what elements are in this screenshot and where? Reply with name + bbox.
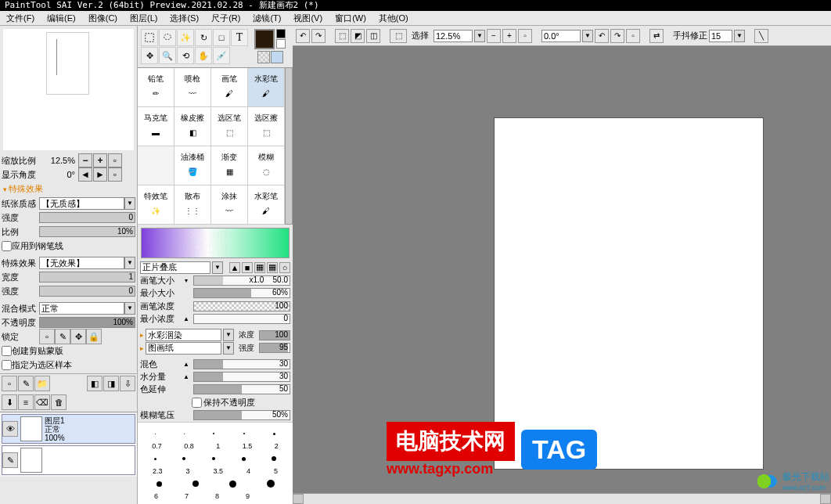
dropdown-icon[interactable]: ▼ [124, 257, 135, 269]
size-dot[interactable] [229, 481, 236, 488]
pressure-icon[interactable]: ▾ [181, 277, 192, 284]
brush-watercolor2[interactable]: 水彩笔🖌 [248, 185, 285, 225]
brush-scrollbar[interactable] [285, 67, 293, 225]
mask-button[interactable]: ◧ [87, 376, 103, 391]
navigator-preview[interactable] [3, 29, 134, 150]
zoom-dropdown[interactable]: 12.5% [433, 30, 473, 42]
opacity-slider[interactable]: 100% [39, 317, 135, 328]
brush-smudge[interactable]: 涂抹〰 [211, 185, 248, 225]
flip-button[interactable]: ⇄ [649, 29, 664, 43]
zoom-out-button[interactable]: − [487, 29, 501, 43]
lasso-tool[interactable] [159, 29, 176, 46]
size-dot[interactable] [273, 433, 275, 435]
intensity-slider[interactable]: 0 [39, 212, 135, 223]
rotate-tool[interactable]: ↻ [195, 29, 212, 46]
min-density-slider[interactable]: 0 [193, 314, 290, 324]
brush-watercolor[interactable]: 水彩笔🖌 [248, 68, 285, 107]
flatten-button[interactable]: ≡ [18, 394, 34, 410]
select-icon[interactable]: ⬚ [390, 29, 407, 43]
persistence-slider[interactable]: 50 [193, 384, 290, 394]
effects-header[interactable]: 特殊效果 [0, 182, 137, 196]
paper-strength-slider[interactable]: 95 [259, 343, 290, 353]
rotate-view-tool[interactable]: ⟲ [177, 47, 194, 64]
effect-intensity-slider[interactable]: 0 [39, 286, 135, 297]
brush-sel-pen[interactable]: 选区笔⬚ [211, 107, 248, 146]
menu-window[interactable]: 窗口(W) [329, 11, 372, 26]
lock-none-button[interactable]: ▫ [39, 329, 55, 344]
layer-item[interactable]: 👁 图层1 正常 100% [2, 414, 135, 444]
zoom-tool[interactable]: 🔍 [159, 47, 176, 64]
brush-eraser[interactable]: 橡皮擦◧ [174, 107, 211, 146]
angle-dropdown[interactable]: 0.0° [541, 30, 581, 42]
menu-layer[interactable]: 图层(L) [124, 11, 164, 26]
swap-colors-icon[interactable] [276, 29, 286, 38]
shape-triangle-icon[interactable]: ▲ [229, 262, 240, 273]
angle-value[interactable]: 0° [39, 170, 78, 179]
dropdown-icon[interactable]: ▼ [124, 302, 135, 315]
menu-edit[interactable]: 编辑(E) [41, 11, 82, 26]
menu-ruler[interactable]: 尺子(R) [205, 11, 246, 26]
text-tool[interactable]: T [231, 29, 248, 46]
zoom-value[interactable]: 12.5% [39, 156, 78, 165]
new-folder-button[interactable]: 📁 [34, 376, 50, 391]
bg-swatch[interactable] [271, 51, 283, 63]
dropdown-icon[interactable]: ▼ [212, 261, 223, 274]
zoom-out-button[interactable]: − [78, 153, 92, 167]
horizontal-scrollbar[interactable] [293, 493, 831, 504]
brush-marker[interactable]: 马克笔▬ [138, 107, 174, 146]
size-dot[interactable] [182, 457, 185, 460]
delete-layer-button[interactable]: 🗑 [51, 394, 67, 410]
magic-wand-tool[interactable]: ✨ [177, 29, 194, 46]
merge-button[interactable]: ⬇ [2, 394, 17, 410]
ratio-slider[interactable]: 10% [39, 226, 135, 237]
size-dot[interactable] [242, 457, 246, 461]
marquee-tool[interactable] [141, 29, 158, 46]
undo-button[interactable]: ↶ [296, 29, 310, 43]
brush-blur[interactable]: 模糊◌ [248, 146, 285, 185]
size-dot[interactable] [184, 434, 185, 434]
size-dot[interactable] [212, 457, 215, 460]
size-dot[interactable] [192, 481, 199, 487]
dropdown-icon[interactable]: ▼ [582, 30, 593, 42]
paper-dropdown[interactable]: 图画纸 [146, 342, 221, 355]
scroll-right-button[interactable] [820, 494, 831, 504]
brush-effect[interactable]: 特效笔✨ [138, 185, 174, 225]
shape-texture1-icon[interactable]: ▦ [254, 262, 265, 273]
zoom-fit-button[interactable]: ▫ [518, 29, 532, 43]
brush-scatter[interactable]: 散布⋮⋮ [174, 185, 211, 225]
eyedropper-tool[interactable]: 💉 [213, 47, 230, 64]
size-dot[interactable] [154, 458, 156, 460]
redo-button[interactable]: ↷ [311, 29, 326, 43]
brush-gradient[interactable]: 渐变▦ [211, 146, 248, 185]
new-linework-button[interactable]: ✎ [18, 376, 34, 391]
invert-sel-button[interactable]: ◩ [351, 29, 365, 43]
layer-thumbnail[interactable] [20, 416, 42, 441]
line-tool-icon[interactable]: ╲ [754, 29, 768, 43]
brush-empty[interactable] [138, 146, 174, 185]
foreground-color[interactable] [254, 29, 275, 49]
wc-intensity-slider[interactable]: 100 [259, 330, 290, 340]
hand-tool[interactable]: ✋ [195, 47, 212, 64]
visibility-icon[interactable]: 👁 [2, 421, 18, 437]
deselect-button[interactable]: ⬚ [335, 29, 349, 43]
canvas-viewport[interactable]: 电脑技术网 www.tagxp.com TAG 极光下载站 www.xz7.co… [293, 46, 831, 493]
selection-source-checkbox[interactable] [2, 360, 12, 370]
lock-all-button[interactable]: 🔒 [86, 329, 102, 344]
effect-dropdown[interactable]: 【无效果】 [39, 257, 124, 269]
effect-width-slider[interactable]: 1 [39, 272, 135, 283]
dropdown-icon[interactable]: ▼ [124, 197, 135, 210]
size-dot[interactable] [156, 481, 162, 487]
brush-airbrush[interactable]: 喷枪〰 [174, 68, 211, 107]
zoom-reset-button[interactable]: ▫ [108, 153, 122, 167]
clear-button[interactable]: ⌫ [34, 394, 50, 410]
blend-mode-dropdown[interactable]: 正常 [39, 302, 124, 315]
menu-view[interactable]: 视图(V) [287, 11, 329, 26]
blur-pressure-slider[interactable]: 50% [193, 410, 290, 420]
canvas[interactable] [494, 117, 764, 470]
brush-sel-eraser[interactable]: 选区擦⬚ [248, 107, 285, 146]
apply-mask-button[interactable]: ◨ [103, 376, 119, 391]
brush-brush[interactable]: 画笔🖌 [211, 68, 248, 107]
zoom-in-button[interactable]: + [93, 153, 107, 167]
layer-blend-dropdown[interactable]: 正片叠底 [140, 261, 210, 274]
shapes-tool[interactable]: □ [213, 29, 230, 46]
